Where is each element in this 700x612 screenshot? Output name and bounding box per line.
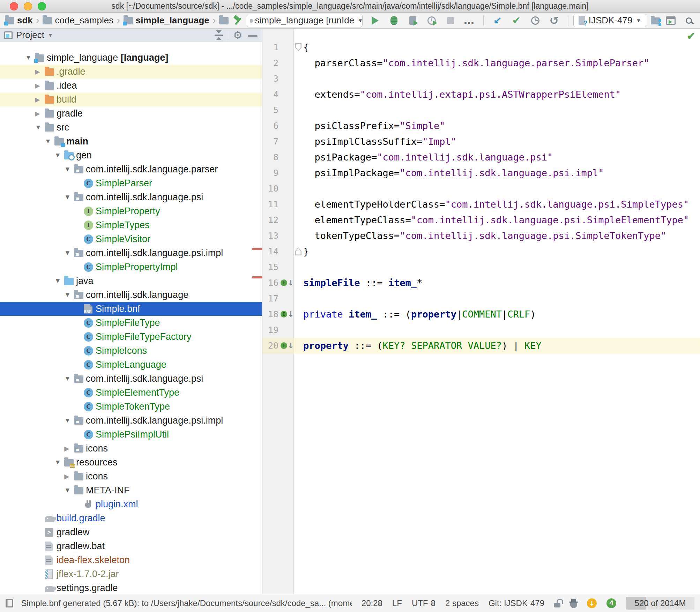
tree-item-simple-bnf[interactable]: Simple.bnf [0,302,262,316]
tree-item-gradle[interactable]: ▶gradle [0,106,262,120]
caret-position-widget[interactable]: 20:28 [362,598,382,608]
tree-item-simplevisitor[interactable]: CSimpleVisitor [0,232,262,246]
chevron-collapsed-icon[interactable]: ▶ [64,445,74,453]
tree-item-gradlew-bat[interactable]: gradlew.bat [0,539,262,553]
more-actions-button[interactable]: … [463,14,476,27]
vcs-branch-widget[interactable]: IJSDK-479 ▼ [573,14,647,27]
tree-item-icons[interactable]: ▶icons [0,441,262,455]
debug-button[interactable] [388,14,400,27]
download-update-icon[interactable]: ↓ [587,598,597,608]
profiler-button[interactable] [425,14,438,27]
notification-badge[interactable]: 4 [606,598,616,608]
collapse-all-button[interactable] [215,30,223,40]
chevron-expanded-icon[interactable]: ▼ [64,291,74,299]
breadcrumb-item-code-samples[interactable]: code_samples [43,15,113,26]
editor-line-6[interactable]: 6 psiClassPrefix="Simple" [262,118,700,134]
editor-line-14[interactable]: 14} [262,244,700,259]
tree-item-simpleicons[interactable]: CSimpleIcons [0,344,262,358]
chevron-expanded-icon[interactable]: ▼ [35,124,45,131]
inspections-ok-icon[interactable]: ✔ [687,30,695,42]
code-editor[interactable]: 1{2 parserClass="com.intellij.sdk.langua… [262,29,700,594]
tree-item-idea-flex-skeleton[interactable]: idea-flex.skeleton [0,553,262,567]
history-button[interactable] [529,14,542,27]
tree-item-java[interactable]: ▼java [0,274,262,288]
project-panel-title[interactable]: Project [16,30,44,40]
editor-line-8[interactable]: 8 psiPackage="com.intellij.sdk.language.… [262,149,700,165]
fold-region-end-icon[interactable] [295,247,301,255]
tree-item-simpletypes[interactable]: ISimpleTypes [0,218,262,232]
tree-item-com-intellij-sdk-language-psi-impl[interactable]: ▼com.intellij.sdk.language.psi.impl [0,413,262,427]
rule-gutter-icon[interactable]: I↓ [281,310,294,319]
tree-item-simpleproperty[interactable]: ISimpleProperty [0,204,262,218]
rule-gutter-icon[interactable]: I↓ [281,341,294,350]
chevron-collapsed-icon[interactable]: ▶ [35,110,45,118]
tool-window-button[interactable] [664,14,677,27]
run-configuration-select[interactable]: simple_language [runIde ▼ [247,14,363,27]
editor-line-13[interactable]: 13 tokenTypeClass="com.intellij.sdk.lang… [262,228,700,244]
editor-line-3[interactable]: 3 [262,71,700,87]
breadcrumb-item-simple-language[interactable]: simple_language [124,15,209,26]
gear-icon[interactable]: ⚙ [233,29,243,41]
tree-item-com-intellij-sdk-language-parser[interactable]: ▼com.intellij.sdk.language.parser [0,162,262,176]
chevron-collapsed-icon[interactable]: ▶ [35,68,45,76]
stop-button[interactable] [444,14,457,27]
tree-item-com-intellij-sdk-language-psi[interactable]: ▼com.intellij.sdk.language.psi [0,190,262,204]
chevron-collapsed-icon[interactable]: ▶ [35,96,45,104]
tool-window-bars-toggle-icon[interactable] [6,599,13,607]
tree-item-gradlew[interactable]: gradlew [0,525,262,539]
chevron-expanded-icon[interactable]: ▼ [64,375,74,382]
chevron-expanded-icon[interactable]: ▼ [45,137,54,145]
tree-item-simplelanguage[interactable]: CSimpleLanguage [0,358,262,372]
tree-item-build[interactable]: ▶build [0,92,262,106]
chevron-expanded-icon[interactable]: ▼ [54,277,64,285]
editor-line-1[interactable]: 1{ [262,39,700,55]
editor-line-9[interactable]: 9 psiImplPackage="com.intellij.sdk.langu… [262,165,700,181]
chevron-expanded-icon[interactable]: ▼ [64,417,74,424]
tree-item-plugin-xml[interactable]: plugin.xml [0,497,262,511]
tree-item-resources[interactable]: ▼resources [0,455,262,469]
line-separator-widget[interactable]: LF [392,598,402,608]
editor-line-10[interactable]: 10 [262,181,700,196]
build-project-button[interactable] [232,14,243,27]
run-with-coverage-button[interactable] [407,14,419,27]
chevron-expanded-icon[interactable]: ▼ [54,151,64,159]
rule-gutter-icon[interactable]: I↓ [281,278,294,287]
indent-widget[interactable]: 2 spaces [445,598,479,608]
tree-item-simplefiletypefactory[interactable]: CSimpleFileTypeFactory [0,330,262,344]
chevron-expanded-icon[interactable]: ▼ [54,458,64,466]
tree-item-icons[interactable]: ▶icons [0,469,262,483]
tree-item-simpletokentype[interactable]: CSimpleTokenType [0,400,262,413]
tree-item-com-intellij-sdk-language-psi-impl[interactable]: ▼com.intellij.sdk.language.psi.impl [0,246,262,260]
tree-item-main[interactable]: ▼main [0,134,262,148]
tree-item-simplepropertyimpl[interactable]: CSimplePropertyImpl [0,260,262,274]
chevron-collapsed-icon[interactable]: ▶ [35,82,45,90]
editor-line-16[interactable]: 16I↓simpleFile ::= item_* [262,275,700,291]
editor-line-5[interactable]: 5 [262,102,700,118]
tree-item-jflex-1-7-0-2-jar[interactable]: jflex-1.7.0-2.jar [0,567,262,581]
encoding-widget[interactable]: UTF-8 [412,598,435,608]
breadcrumb-item-sdk[interactable]: sdk [5,15,33,26]
memory-indicator[interactable]: 520 of 2014M [626,597,694,610]
tree-item-src[interactable]: ▼src [0,120,262,134]
editor-line-7[interactable]: 7 psiImplClassSuffix="Impl" [262,134,700,149]
vcs-branch-status-widget[interactable]: Git: IJSDK-479 [489,598,544,608]
tree-item-build-gradle[interactable]: build.gradle [0,511,262,525]
tree-item-gen[interactable]: ▼gen [0,148,262,162]
tree-item-idea[interactable]: ▶.idea [0,79,262,92]
editor-line-11[interactable]: 11 elementTypeHolderClass="com.intellij.… [262,196,700,212]
chevron-expanded-icon[interactable]: ▼ [64,486,74,494]
commit-button[interactable]: ✔ [510,14,523,27]
gradle-daemon-icon[interactable] [570,602,577,608]
tree-item-com-intellij-sdk-language-psi[interactable]: ▼com.intellij.sdk.language.psi [0,372,262,386]
tree-item-settings-gradle[interactable]: settings.gradle [0,581,262,594]
editor-line-18[interactable]: 18I↓private item_ ::= (property|COMMENT|… [262,306,700,322]
tree-item-simplefiletype[interactable]: CSimpleFileType [0,316,262,330]
chevron-expanded-icon[interactable]: ▼ [64,249,74,257]
editor-line-20[interactable]: 20I↓property ::= (KEY? SEPARATOR VALUE?)… [262,338,700,353]
chevron-down-icon[interactable]: ▼ [48,32,53,38]
chevron-expanded-icon[interactable]: ▼ [25,54,35,61]
lock-icon[interactable] [554,603,560,607]
search-everywhere-button[interactable] [683,14,695,27]
run-button[interactable] [369,14,381,27]
chevron-expanded-icon[interactable]: ▼ [64,193,74,201]
